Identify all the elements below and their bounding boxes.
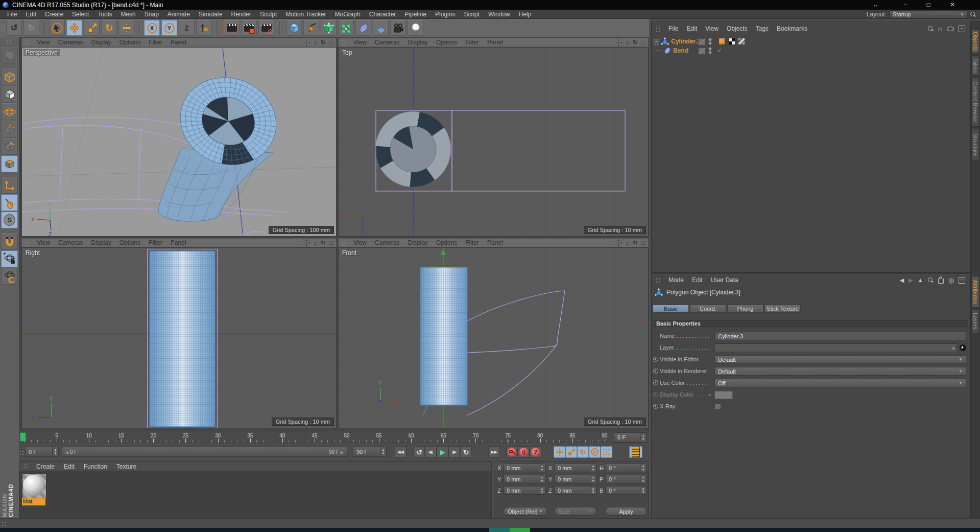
xray-checkbox[interactable] [714,403,721,410]
color-swatch[interactable] [714,391,733,399]
size-value-field[interactable]: 0 mm▲▼ [555,486,596,495]
pan-view-icon[interactable] [303,240,310,246]
layer-pick-icon[interactable] [960,344,966,351]
window-swap-icon[interactable]: ↔ [868,0,883,10]
convert-object-button[interactable] [1,47,18,64]
record-circle-icon[interactable] [653,380,658,385]
use-color-dropdown[interactable]: Off▼ [714,379,966,387]
viewport-menu-item[interactable]: Display [408,239,427,246]
viewport-menu-item[interactable]: Options [119,239,140,246]
record-scale-button[interactable] [565,446,577,458]
visibility-dots[interactable] [708,38,712,45]
toggle-view-icon[interactable]: □ [329,40,333,45]
viewport-menu-item[interactable]: Filter [149,239,162,246]
visible-renderer-dropdown[interactable]: Default▼ [714,367,966,376]
viewport-menu-item[interactable]: Panel [171,239,186,246]
last-tool-button[interactable] [118,20,134,36]
minimize-button[interactable]: – [898,0,913,10]
viewport-header-grip[interactable] [342,40,346,45]
size-value-field[interactable]: 0 mm▲▼ [555,475,596,483]
viewport-menu-item[interactable]: View [37,239,50,246]
viewport-menu-item[interactable]: Options [436,39,457,46]
expand-arrow-icon[interactable]: ▸ [709,392,711,397]
menu-item[interactable]: Script [464,11,480,18]
attribute-menu-item[interactable]: Edit [692,276,703,284]
subdivision-surface-button[interactable] [321,20,337,36]
redo-button[interactable]: ↻ [23,20,39,36]
viewport-menu-item[interactable]: Filter [465,39,479,46]
size-value-field[interactable]: 0 mm▲▼ [555,464,596,472]
goto-end-button[interactable]: ▶▶ [488,446,500,458]
maximize-button[interactable]: □ [921,0,936,10]
close-button[interactable]: ✕ [945,0,960,10]
name-input[interactable]: Cylinder.3 [714,332,966,340]
layer-input[interactable]: ▸ [714,343,957,352]
layer-color-box[interactable] [698,38,706,45]
toggle-view-icon[interactable]: □ [641,40,645,45]
viewport-menu-item[interactable]: Display [408,39,427,46]
material-menu-item[interactable]: Function [84,463,107,470]
record-rotation-button[interactable]: ↻ [577,446,589,458]
end-frame-spinner[interactable]: 90 F ▲▼ [353,447,387,457]
attribute-tab[interactable]: Basic [653,305,689,313]
new-window-icon[interactable]: + [959,277,965,284]
viewport-menu-item[interactable]: Panel [487,39,503,46]
move-tool-button[interactable] [66,20,82,36]
phong-tag-icon[interactable] [738,38,745,45]
object-manager-menu-item[interactable]: Tags [756,25,769,32]
pan-view-icon[interactable] [615,39,622,46]
spline-pen-button[interactable] [303,20,319,36]
timeline-range-slider[interactable]: ◀ 0 F 90 F ▶ [62,447,347,457]
menu-item[interactable]: Animate [168,11,190,18]
menu-item[interactable]: Window [488,11,510,18]
viewport-menu-item[interactable]: View [353,239,367,246]
next-key-button[interactable]: )▶ [448,446,460,458]
history-forward-icon[interactable]: ▶ [909,277,913,284]
viewport-menu-item[interactable]: View [353,39,367,46]
toggle-view-icon[interactable]: □ [641,240,645,246]
size-mode-dropdown[interactable]: Size▼ [555,507,596,516]
layer-popup-icon[interactable]: ▸ [952,345,957,351]
transport-grip[interactable] [20,449,25,456]
record-keyframe-button[interactable] [506,446,518,458]
render-view-button[interactable] [224,20,240,36]
object-manager-menu-item[interactable]: Edit [686,25,697,32]
menu-item[interactable]: Mesh [121,11,135,18]
pan-view-icon[interactable] [303,39,310,46]
viewport-menu-item[interactable]: Display [91,239,111,246]
add-cube-button[interactable] [286,20,302,36]
expand-all-icon[interactable]: + [959,26,965,32]
coordinate-system-button[interactable] [196,20,212,36]
attribute-menu-item[interactable]: User Data [711,276,738,284]
workplane-rotate-button[interactable] [1,268,18,285]
object-manager-menu-item[interactable]: File [668,25,678,32]
search-icon[interactable] [970,12,976,17]
tab-takes[interactable]: Takes [971,55,979,76]
object-manager-menu-item[interactable]: Objects [727,25,748,32]
attribute-tab[interactable]: Phong [727,305,763,313]
edges-mode-button[interactable] [1,138,18,155]
timeline-mode-button[interactable] [629,446,642,458]
attribute-menu-item[interactable]: Mode [668,276,684,284]
zoom-view-icon[interactable]: ↕ [626,240,629,246]
search-icon[interactable] [928,26,934,32]
render-settings-button[interactable]: ⚙ [258,20,274,36]
play-button[interactable]: ▶ [437,446,448,458]
position-value-field[interactable]: 0 mm▲▼ [504,486,545,495]
material-menu-item[interactable]: Edit [64,463,75,470]
section-header[interactable]: Basic Properties [653,320,968,327]
toolbar-grip[interactable] [1,24,6,31]
attribute-manager-grip[interactable] [656,277,660,283]
zoom-view-icon[interactable]: ↕ [314,240,317,246]
lock-z-axis-button[interactable]: Z [179,20,195,36]
menu-item[interactable]: Sculpt [260,11,277,18]
object-row-cylinder[interactable]: − Cylinder.3 [652,37,970,46]
record-pla-button[interactable] [601,446,612,458]
object-manager-grip[interactable] [656,26,660,32]
model-mode-button[interactable] [1,68,18,85]
viewport-menu-item[interactable]: Cameras [375,239,400,246]
menu-item[interactable]: Snap [145,11,159,18]
zoom-view-icon[interactable]: ↕ [626,40,629,45]
up-hierarchy-icon[interactable]: ▲ [918,277,923,283]
target-icon[interactable]: ◎ [948,276,954,284]
